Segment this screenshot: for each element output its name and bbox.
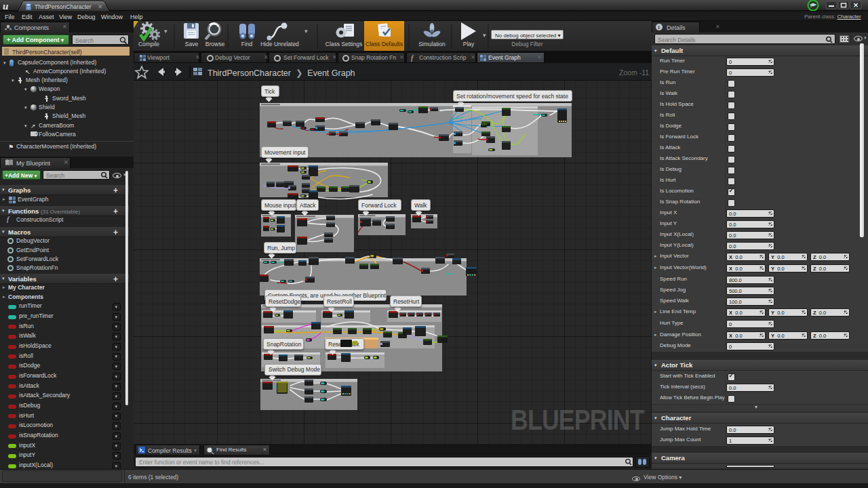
svg-text:▾: ▾ (304, 28, 308, 35)
svg-text:▾: ▾ (483, 32, 486, 39)
svg-text:ThirdPersonCharacter: ThirdPersonCharacter (35, 3, 92, 10)
svg-text:✕: ✕ (98, 3, 103, 10)
svg-text:u: u (3, 1, 8, 12)
svg-text:▾: ▾ (164, 28, 167, 35)
svg-text:✕: ✕ (853, 1, 859, 9)
